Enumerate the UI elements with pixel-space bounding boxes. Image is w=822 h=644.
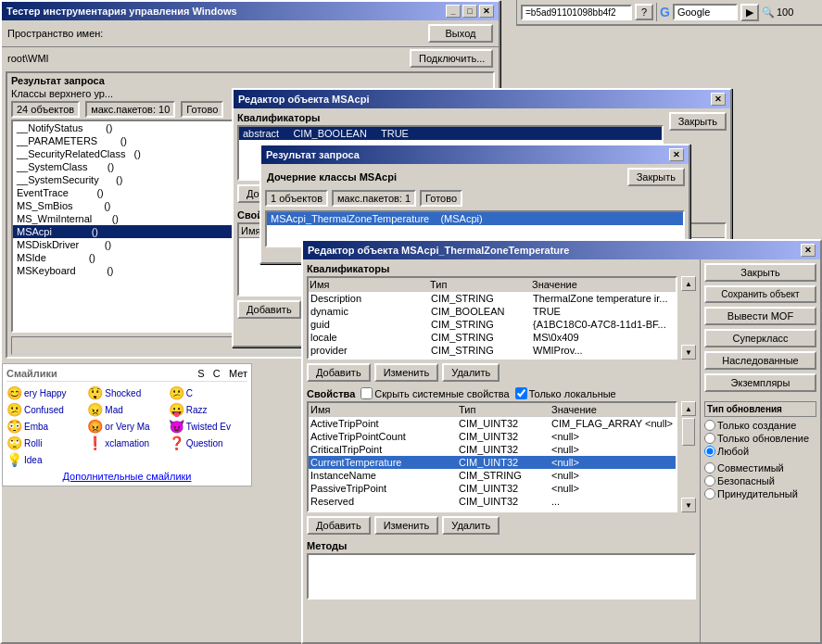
qual-row-3[interactable]: guid CIM_STRING {A1BC18C0-A7C8-11d1-BF..… (309, 318, 676, 331)
forced-radio[interactable] (704, 488, 715, 499)
thermal-qualifiers-listbox[interactable]: Имя Тип Значение Description CIM_STRING … (307, 276, 677, 360)
prop-row-3[interactable]: CriticalTripPoint CIM_UINT32 <null> (309, 443, 676, 456)
prop-row-5[interactable]: InstanceName CIM_STRING <null> (309, 469, 676, 482)
qualifiers-label: Квалификаторы (237, 112, 664, 123)
magnify-icon: 🔍 (762, 6, 775, 19)
close-btn[interactable]: ✕ (479, 5, 494, 18)
thermal-class-item[interactable]: MSAcpi_ThermalZoneTemperature (MSAcpi) (267, 212, 683, 225)
props-scroll-track (681, 448, 696, 498)
maximize-btn[interactable]: □ (462, 5, 477, 18)
create-only-label: Только создание (704, 420, 816, 431)
smilies-panel: Смайлики S C Мет 😊 ery Happy 😲 Shocked 😕… (2, 363, 252, 486)
smiley-razz[interactable]: 😛 Razz (169, 402, 247, 417)
thermal-hide-sys-cb[interactable] (360, 387, 373, 399)
prop-row-2[interactable]: ActiveTripPointCount CIM_UINT32 <null> (309, 430, 676, 443)
smiley-confused[interactable]: 😕 Confused (6, 402, 85, 417)
add-prop-btn[interactable]: Добавить (237, 300, 301, 319)
smiley-icon-question: ❓ (169, 436, 184, 450)
update-type-label: Тип обновления (704, 401, 816, 417)
create-only-radio[interactable] (704, 420, 715, 431)
update-only-radio[interactable] (704, 433, 715, 444)
thermal-superclass-button[interactable]: Суперкласс (704, 329, 816, 347)
qr-child-titlebar-btns: ✕ (669, 148, 684, 161)
props-scroll-thumb[interactable] (682, 418, 695, 446)
thermal-close-button[interactable]: Закрыть (704, 263, 816, 282)
address-bar[interactable]: =b5ad91101098bb4f2 (521, 5, 632, 20)
safe-radio[interactable] (704, 475, 715, 486)
smiley-idea[interactable]: 💡 Idea (6, 452, 85, 467)
thermal-local-only-text: Только локальные (529, 388, 616, 399)
prop-row-7[interactable]: Reserved CIM_UINT32 ... (309, 495, 676, 508)
thermal-instances-button[interactable]: Экземпляры (704, 373, 816, 392)
qual-value: TRUE (381, 128, 409, 139)
smiley-label-mad: Mad (105, 405, 122, 415)
smiley-shocked[interactable]: 😲 Shocked (87, 385, 166, 400)
smiley-icon-rolling: 🙄 (6, 436, 22, 450)
qual-r5-type: CIM_STRING (431, 345, 533, 356)
exit-button[interactable]: Выход (428, 24, 493, 43)
smiley-very-happy[interactable]: 😊 ery Happy (6, 385, 85, 400)
qual-scroll-up[interactable]: ▲ (681, 276, 696, 291)
qual-row-4[interactable]: locale CIM_STRING MS\0x409 (309, 331, 676, 344)
prop-row-4-selected[interactable]: CurrentTemperature CIM_UINT32 <null> (309, 456, 676, 469)
smiley-twisted[interactable]: 😈 Twisted Ev (169, 419, 247, 434)
smiley-label-razz: Razz (186, 405, 208, 415)
add-qual-button[interactable]: Добавить (307, 363, 371, 382)
qr-child-close-button[interactable]: Закрыть (627, 168, 685, 186)
qual-row-5[interactable]: provider CIM_STRING WMIProv... (309, 344, 676, 357)
qr-max-packets: макс.пакетов: 1 (332, 190, 416, 207)
any-radio[interactable] (704, 446, 715, 457)
qual-scroll-down[interactable]: ▼ (681, 345, 696, 360)
qual-r5-val: WMIProv... (533, 345, 674, 356)
qr-status-row: 1 объектов макс.пакетов: 1 Готово (265, 190, 685, 207)
msacpi-close-button[interactable]: Закрыть (669, 112, 727, 131)
smiley-exclamation[interactable]: ❗ xclamation (87, 436, 166, 450)
thermal-mof-button[interactable]: Вывести MOF (704, 307, 816, 325)
qual-row-1[interactable]: Description CIM_STRING ThermalZone tempe… (309, 292, 676, 305)
prop-r4-val: <null> (551, 457, 674, 468)
props-scroll-down[interactable]: ▼ (681, 498, 696, 512)
namespace-value: root\WMI (7, 53, 49, 64)
delete-qual-button[interactable]: Удалить (442, 363, 500, 382)
thermal-inherited-button[interactable]: Наследованные (704, 351, 816, 370)
google-search-input[interactable]: Google (673, 4, 738, 20)
update-only-label: Только обновление (704, 433, 816, 444)
prop-r4-type: CIM_UINT32 (459, 457, 551, 468)
methods-listbox[interactable] (307, 553, 696, 600)
change-prop-thermal-btn[interactable]: Изменить (374, 516, 439, 535)
smiley-very-mad[interactable]: 😡 or Very Ma (87, 419, 166, 434)
qr-child-close-btn[interactable]: ✕ (669, 148, 684, 161)
compatible-radio[interactable] (704, 462, 715, 474)
smiley-icon-very-happy: 😊 (6, 385, 22, 400)
question-btn[interactable]: ? (635, 4, 653, 20)
change-qual-button[interactable]: Изменить (374, 363, 439, 382)
thermal-save-button[interactable]: Сохранить объект (704, 285, 816, 303)
prop-row-1[interactable]: ActiveTripPoint CIM_UINT32 CIM_FLAG_ARRA… (309, 417, 676, 430)
delete-prop-thermal-btn[interactable]: Удалить (442, 516, 500, 535)
thermal-editor-window: Редактор объекта MSAcpi_ThermalZoneTempe… (301, 239, 822, 644)
smiley-label-question: Question (186, 438, 223, 448)
smiley-emba[interactable]: 😳 Emba (6, 419, 85, 434)
thermal-close-btn[interactable]: ✕ (801, 244, 816, 257)
add-prop-thermal-btn[interactable]: Добавить (307, 516, 371, 535)
smiley-mad[interactable]: 😠 Mad (87, 402, 166, 417)
smiley-icon-mad: 😠 (87, 402, 103, 417)
msacpi-titlebar-buttons: ✕ (711, 93, 726, 106)
smiley-col3[interactable]: 😕 C (169, 385, 247, 400)
qual-row-2[interactable]: dynamic CIM_BOOLEAN TRUE (309, 305, 676, 318)
thermal-local-only-cb[interactable] (515, 387, 527, 399)
smiley-rolling[interactable]: 🙄 Rolli (6, 436, 85, 450)
props-scroll-up[interactable]: ▲ (681, 401, 696, 416)
minimize-btn[interactable]: _ (446, 5, 461, 18)
prop-r5-name: InstanceName (310, 470, 459, 481)
msacpi-close-btn[interactable]: ✕ (711, 93, 726, 106)
qr-child-title: Результат запроса (266, 149, 360, 160)
connect-button[interactable]: Подключить... (410, 49, 493, 68)
qualifier-row[interactable]: abstract CIM_BOOLEAN TRUE (239, 127, 662, 140)
smiley-question[interactable]: ❓ Question (169, 436, 247, 450)
more-smilies-link[interactable]: Дополнительные смайлики (63, 471, 192, 482)
prop-r3-type: CIM_UINT32 (459, 444, 551, 455)
prop-row-6[interactable]: PassiveTripPoint CIM_UINT32 <null> (309, 482, 676, 495)
thermal-props-listbox[interactable]: Имя Тип Значение ActiveTripPoint CIM_UIN… (307, 401, 677, 512)
google-search-btn[interactable]: ▶ (740, 4, 759, 21)
